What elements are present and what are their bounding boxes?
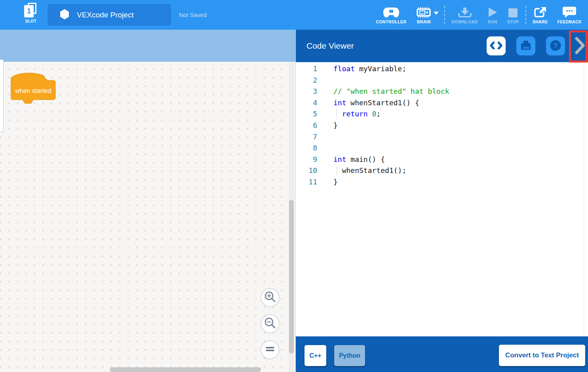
line-number: 9 (296, 154, 317, 165)
line-number: 8 (296, 142, 317, 154)
code-line: 8 (296, 142, 588, 154)
vertical-scrollbar-thumb[interactable] (289, 200, 294, 353)
hexagon-icon (59, 9, 70, 21)
toolbar-separator (525, 6, 526, 24)
line-number: 10 (296, 165, 317, 177)
vexcode-app: 1 SLOT VEXcode Project Not Saved CONTROL… (0, 0, 588, 372)
dropdown-caret-icon (434, 9, 439, 17)
code-line: 2 (296, 75, 588, 86)
code-viewer-footer: C++ Python Convert to Text Project (296, 336, 588, 372)
code-brackets-icon (490, 40, 502, 52)
toolbar-separator (444, 6, 445, 24)
help-button[interactable]: ? (546, 36, 565, 55)
code-text (317, 142, 333, 154)
controller-icon (383, 6, 400, 18)
slot-number: 1 (24, 5, 34, 17)
code-text: int main() { (317, 154, 385, 165)
line-number: 7 (296, 131, 317, 143)
indent-guide (337, 109, 337, 119)
toolbar-action-feedback[interactable]: FEEDBACK (552, 0, 586, 30)
slot-label: SLOT (21, 19, 41, 23)
convert-to-text-project-button[interactable]: Convert to Text Project (499, 345, 585, 366)
when-started-block[interactable]: when started (11, 72, 57, 105)
line-number: 6 (296, 120, 317, 131)
toolbar-action-label: STOP (507, 19, 519, 24)
zoom-out-button[interactable] (261, 314, 280, 333)
download-icon (458, 6, 472, 18)
run-icon (487, 6, 498, 18)
project-title-button[interactable]: VEXcode Project (48, 4, 171, 26)
toolbar-action-label: SHARE (533, 19, 548, 24)
toolbar-action-share[interactable]: SHARE (528, 0, 553, 30)
code-line: 5 return 0; (296, 108, 588, 120)
toolbar-action-label: CONTROLLER (376, 19, 407, 24)
print-button[interactable] (516, 36, 535, 55)
feedback-icon (562, 6, 577, 18)
zoom-in-icon (264, 290, 276, 305)
toolbar-action-download[interactable]: DOWNLOAD (447, 0, 482, 30)
zoom-reset-icon (265, 346, 275, 354)
code-text: int whenStarted1() { (317, 97, 419, 109)
code-text (317, 131, 333, 143)
zoom-out-icon (264, 317, 276, 331)
line-number: 11 (296, 177, 317, 188)
palette-flyout-edge (0, 59, 4, 132)
line-number: 5 (296, 108, 317, 120)
code-area[interactable]: 1float myVariable;23// "when started" ha… (296, 62, 588, 336)
toolbar-action-label: FEEDBACK (557, 19, 582, 24)
code-text (317, 75, 333, 86)
code-text: } (317, 120, 338, 131)
toolbar-action-label: RUN (488, 19, 497, 24)
code-line: 4int whenStarted1() { (296, 97, 588, 109)
save-status: Not Saved (179, 0, 207, 30)
code-view-button[interactable] (487, 36, 506, 55)
code-scrollbar-track-line (584, 62, 584, 336)
collapse-panel-button[interactable] (573, 35, 586, 57)
code-line: 10 whenStarted1(); (296, 165, 588, 177)
workspace-canvas[interactable]: when started (0, 62, 295, 372)
toolbar-action-brain[interactable]: BRAIN (411, 0, 443, 30)
code-line: 9int main() { (296, 154, 588, 165)
code-line: 7 (296, 131, 588, 143)
toolbar-action-controller[interactable]: CONTROLLER (371, 0, 411, 30)
code-viewer-panel: Code Viewer ? 1flo (295, 30, 588, 372)
code-text: return 0; (317, 108, 381, 120)
code-text: float myVariable; (317, 63, 406, 75)
help-icon: ? (550, 40, 561, 53)
brain-icon (416, 6, 432, 18)
stop-icon (508, 6, 518, 18)
code-line: 1float myVariable; (296, 63, 588, 75)
toolbar-action-run[interactable]: RUN (483, 0, 502, 30)
code-text: whenStarted1(); (317, 165, 406, 177)
code-viewer-title: Code Viewer (306, 30, 354, 62)
chevron-right-icon (574, 36, 586, 57)
blocks-workspace: when started (0, 30, 295, 372)
share-icon (534, 6, 546, 18)
zoom-in-button[interactable] (261, 288, 280, 307)
top-toolbar: 1 SLOT VEXcode Project Not Saved CONTROL… (0, 0, 588, 30)
toolbar-action-label: DOWNLOAD (451, 19, 478, 24)
palette-band (0, 30, 295, 62)
line-number: 2 (296, 75, 317, 86)
indent-guide (337, 166, 337, 176)
zoom-reset-button[interactable] (261, 340, 280, 359)
code-line: 6} (296, 120, 588, 131)
line-number: 1 (296, 63, 317, 75)
horizontal-scrollbar-thumb[interactable] (110, 367, 261, 372)
hat-block-label: when started (15, 87, 51, 94)
project-title: VEXcode Project (77, 11, 134, 19)
print-icon (520, 40, 531, 52)
code-text: // "when started" hat block (317, 86, 449, 97)
code-line: 11} (296, 177, 588, 188)
line-number: 4 (296, 97, 317, 109)
code-viewer-header: Code Viewer ? (296, 30, 588, 62)
tab-cpp[interactable]: C++ (304, 345, 326, 366)
tab-python[interactable]: Python (334, 345, 365, 366)
toolbar-action-stop[interactable]: STOP (502, 0, 524, 30)
line-number: 3 (296, 86, 317, 97)
slot-selector[interactable]: 1 SLOT (21, 3, 41, 23)
code-line: 3// "when started" hat block (296, 86, 588, 97)
slot-icon: 1 (24, 3, 38, 18)
toolbar-actions: CONTROLLERBRAINDOWNLOADRUNSTOPSHAREFEEDB… (371, 0, 586, 30)
code-text: } (317, 177, 338, 188)
